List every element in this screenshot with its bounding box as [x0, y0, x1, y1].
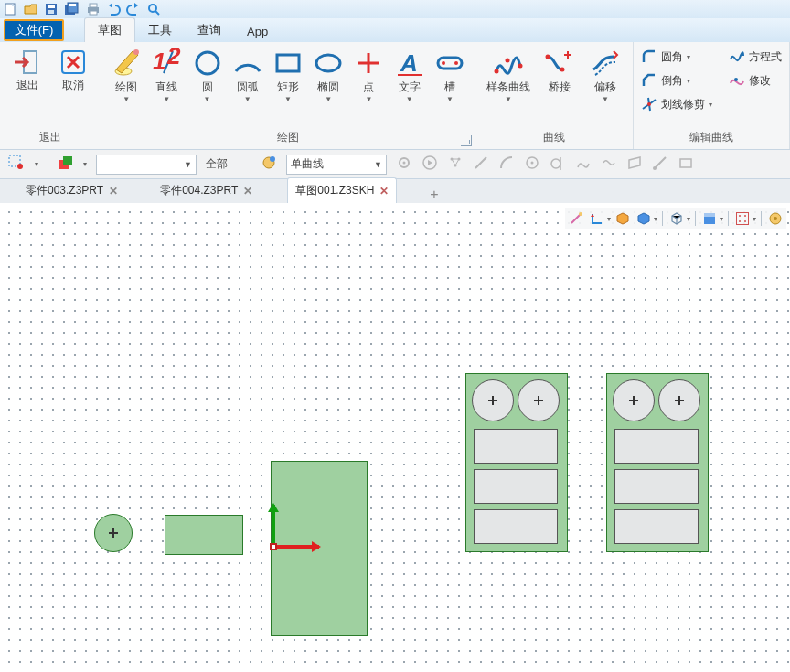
chevron-down-icon[interactable]: ▾	[720, 215, 723, 223]
constraint-tangent-icon[interactable]	[550, 155, 566, 174]
filter-icon[interactable]	[261, 155, 277, 174]
tab-sketch[interactable]: 草图	[84, 17, 135, 42]
close-icon[interactable]: ✕	[243, 185, 252, 197]
box-blue-icon[interactable]	[635, 209, 653, 228]
chamfer-button[interactable]: 倒角 ▾	[641, 69, 712, 91]
doc-tab-0[interactable]: 零件003.Z3PRT ✕	[18, 178, 125, 203]
constraint-point-icon[interactable]	[447, 155, 464, 174]
slot-button[interactable]: 槽 ▼	[432, 46, 467, 103]
qat-saveall-icon[interactable]	[64, 2, 80, 16]
svg-point-14	[133, 49, 139, 55]
constraint-curve2-icon[interactable]	[601, 155, 617, 174]
cancel-button[interactable]: 取消	[53, 46, 93, 91]
chevron-down-icon[interactable]: ▾	[83, 160, 87, 168]
modify-button[interactable]: 修改	[729, 69, 782, 91]
fillet-button[interactable]: 圆角 ▾	[641, 46, 712, 68]
spline-label: 样条曲线	[486, 80, 530, 93]
ellipse-label: 椭圆	[317, 80, 339, 93]
tab-app[interactable]: App	[234, 21, 281, 42]
draw-button[interactable]: 绘图 ▼	[109, 46, 144, 103]
add-tab-button[interactable]: +	[424, 187, 443, 203]
sketch-group-b[interactable]	[606, 373, 709, 552]
qat-redo-icon[interactable]	[126, 2, 141, 16]
arc-icon	[232, 48, 263, 79]
qat-open-icon[interactable]	[24, 2, 38, 16]
wand-icon[interactable]	[567, 209, 585, 228]
constraint-surface-icon[interactable]	[626, 155, 643, 174]
wire-cube-icon[interactable]	[667, 209, 686, 228]
line-label: 直线	[155, 80, 177, 93]
file-menu-button[interactable]: 文件(F)	[4, 19, 64, 41]
cancel-label: 取消	[62, 79, 84, 91]
grid-dots-icon[interactable]	[733, 209, 752, 228]
sketch-rect-small[interactable]	[165, 515, 243, 555]
chevron-down-icon[interactable]: ▾	[687, 215, 690, 223]
rect-button[interactable]: 矩形 ▼	[271, 46, 305, 103]
slot-label: 槽	[444, 80, 455, 93]
box-orange-icon[interactable]	[614, 209, 632, 228]
constraint-edge-icon[interactable]	[652, 155, 668, 174]
doc-tab-2[interactable]: 草图001.Z3SKH ✕	[287, 177, 397, 203]
qat-undo-icon[interactable]	[106, 2, 121, 16]
close-icon[interactable]: ✕	[109, 185, 118, 197]
line-button[interactable]: 12 直线 ▼	[149, 46, 184, 103]
tab-tools[interactable]: 工具	[135, 18, 185, 42]
group-title-edit-curve: 编辑曲线	[641, 128, 782, 149]
tab-query[interactable]: 查询	[185, 18, 234, 42]
inner-rect	[614, 509, 699, 544]
svg-rect-21	[438, 58, 462, 69]
entity-filter-combo[interactable]: 单曲线 ▼	[286, 155, 387, 175]
sketch-canvas[interactable]: ▾ ▾ ▾ ▾ ▾	[0, 203, 790, 672]
ellipse-button[interactable]: 椭圆 ▼	[311, 46, 346, 103]
qat-save-icon[interactable]	[44, 2, 59, 16]
svg-point-23	[454, 61, 458, 65]
dialog-launcher-icon[interactable]	[461, 135, 472, 146]
axis-icon[interactable]	[588, 209, 606, 228]
qat-search-icon[interactable]	[146, 2, 161, 16]
chevron-down-icon: ▼	[602, 95, 609, 103]
circle-icon	[192, 48, 223, 79]
selection-mode-icon[interactable]	[7, 154, 26, 175]
svg-point-22	[442, 61, 445, 65]
layer-combo[interactable]: ▼	[96, 155, 197, 175]
exit-button[interactable]: 退出	[7, 46, 48, 91]
spline-button[interactable]: 样条曲线 ▼	[483, 46, 534, 103]
inner-circle	[658, 379, 700, 421]
svg-point-24	[495, 69, 499, 74]
sketch-circle[interactable]	[94, 514, 133, 552]
constraint-line-icon[interactable]	[473, 155, 489, 174]
chevron-down-icon[interactable]: ▾	[35, 160, 38, 168]
sketch-group-a[interactable]	[465, 373, 568, 552]
view-front-icon[interactable]	[700, 209, 719, 228]
offset-label: 偏移	[594, 80, 616, 93]
qat-print-icon[interactable]	[86, 2, 101, 16]
trim-button[interactable]: 划线修剪 ▾	[641, 93, 712, 115]
close-icon[interactable]: ✕	[379, 185, 389, 197]
text-button[interactable]: A 文字 ▼	[392, 46, 427, 103]
document-tabs: 零件003.Z3PRT ✕ 零件004.Z3PRT ✕ 草图001.Z3SKH …	[0, 179, 790, 203]
target-icon[interactable]	[766, 209, 785, 228]
chevron-down-icon[interactable]: ▾	[654, 215, 657, 223]
chevron-down-icon[interactable]: ▾	[753, 215, 756, 223]
secondary-toolbar: ▾ ▾ ▼ 全部 单曲线 ▼	[0, 150, 790, 179]
constraint-arc-icon[interactable]	[498, 155, 515, 174]
qat-new-icon[interactable]	[4, 2, 18, 16]
layer-icon[interactable]	[58, 155, 74, 174]
svg-point-32	[17, 164, 23, 169]
arc-button[interactable]: 圆弧 ▼	[230, 46, 265, 103]
bridge-button[interactable]: 桥接	[539, 46, 580, 93]
gear-icon[interactable]	[396, 155, 412, 174]
doc-tab-1[interactable]: 零件004.Z3PRT ✕	[153, 178, 260, 203]
play-icon[interactable]	[422, 155, 438, 174]
circle-button[interactable]: 圆 ▼	[189, 46, 224, 103]
constraint-concentric-icon[interactable]	[524, 155, 540, 174]
chevron-down-icon[interactable]: ▾	[607, 215, 611, 223]
equation-button[interactable]: 方程式	[729, 46, 782, 68]
svg-rect-3	[48, 10, 54, 14]
constraint-curve1-icon[interactable]	[575, 155, 592, 174]
point-button[interactable]: 点 ▼	[351, 46, 386, 103]
slot-icon	[434, 48, 465, 79]
svg-rect-8	[90, 4, 97, 7]
constraint-face-icon[interactable]	[678, 155, 694, 174]
offset-button[interactable]: 偏移 ▼	[585, 46, 625, 103]
